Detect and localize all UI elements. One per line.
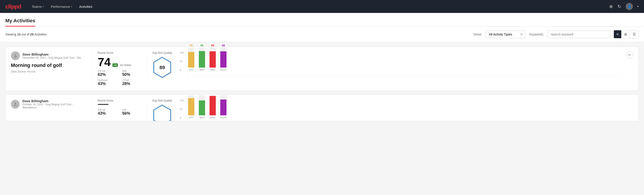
updown-stat: Up/Down 43%: [98, 79, 117, 86]
bar-label: APP: [200, 68, 204, 71]
activity-card: Dave Billingham December 05, 2021 - Gog …: [5, 47, 639, 91]
bar-label: APP: [200, 116, 204, 119]
data-source: Data Source: Arccos: [11, 70, 87, 73]
bar-value: 90: [200, 44, 203, 47]
grid-view-button[interactable]: ⊞: [622, 30, 630, 38]
fw-hit-stat: FW Hit 62%: [98, 70, 117, 77]
user-info: Dave Billingham December 05, 2021 - Gog …: [22, 52, 81, 59]
bar-label: ARG: [210, 116, 215, 119]
fw-hit-stat: FW Hit 43%: [98, 108, 117, 116]
bar-wrap: [188, 95, 194, 115]
chart-y-axis-2: 100 50 0: [180, 99, 184, 119]
add-icon[interactable]: ⊕: [609, 4, 613, 9]
bar-chart-area-2: 100 50 0 94OTT82APP106ARG87PUTT: [180, 99, 633, 121]
svg-marker-4: [154, 105, 171, 121]
bar-wrap: [220, 48, 226, 68]
score-value: 74: [98, 56, 111, 68]
gir-stat: GIR 56%: [122, 108, 142, 116]
svg-point-0: [14, 54, 16, 56]
bar-label: PUTT: [220, 116, 227, 119]
round-score-label: Round Score: [98, 99, 141, 102]
oneputt-stat: 1 Putt 28%: [122, 79, 142, 86]
user-menu-chevron-icon[interactable]: ▾: [637, 5, 639, 8]
bar-value: 89: [222, 44, 225, 47]
activity-type-select[interactable]: All Activity Types: [486, 30, 526, 38]
bar-col: 89ARG: [210, 44, 216, 71]
nav-teams[interactable]: Teams ▾: [32, 5, 44, 8]
bar-value: 82: [200, 94, 203, 95]
bar-label: OTT: [189, 116, 194, 119]
refresh-icon[interactable]: ↻: [618, 4, 621, 9]
score-badge: +4: [112, 63, 118, 67]
bar-col: 94OTT: [188, 94, 194, 119]
activity-title: Morning round of golf: [11, 62, 87, 68]
bar-label: ARG: [210, 68, 215, 71]
score-placeholder: [98, 104, 108, 105]
bar-chart-area: 100 50 0 85OTT90APP89ARG89PUTT: [180, 51, 620, 80]
score-holes: 18 Holes: [120, 63, 131, 67]
svg-text:89: 89: [160, 65, 165, 70]
user-avatar[interactable]: 👤: [626, 3, 633, 10]
card-left: Dave Billingham October 16, 2021 - Gog M…: [11, 99, 87, 111]
bar-col: 87PUTT: [220, 94, 227, 119]
activities-list: Dave Billingham December 05, 2021 - Gog …: [0, 42, 644, 129]
stats-grid: FW Hit 43% GIR 56%: [98, 108, 141, 116]
filters-bar: Viewing 112 out of 29 Activities Show: A…: [0, 26, 644, 42]
bar-wrap: [199, 95, 205, 115]
view-toggle: ≡ ⊞ ☰: [614, 30, 639, 38]
activity-card: Dave Billingham October 16, 2021 - Gog M…: [5, 94, 639, 121]
chart-y-axis: 100 50 0: [180, 51, 184, 72]
bar-col: 89PUTT: [220, 44, 227, 71]
list-full-view-button[interactable]: ☰: [630, 30, 638, 38]
logo[interactable]: clippd: [5, 3, 21, 10]
keywords-input[interactable]: [548, 30, 610, 38]
quality-hex: Avg Shot Quality 89: [152, 51, 174, 80]
bar-wrap: [220, 95, 226, 115]
user-row: Dave Billingham October 16, 2021 - Gog M…: [11, 99, 87, 109]
bar-value: 89: [211, 44, 214, 47]
card-quality: Avg Shot Quality 89 100 50 0 85OTT90APP8…: [146, 51, 620, 80]
bar-label: PUTT: [220, 68, 227, 71]
round-score-label: Round Score: [98, 51, 141, 54]
bar-value: 106: [210, 94, 215, 95]
nav-activities[interactable]: Activities: [79, 5, 92, 8]
bar-col: 82APP: [199, 94, 205, 119]
nav-performance[interactable]: Performance ▾: [51, 5, 72, 8]
bar-value: 94: [190, 94, 192, 95]
svg-point-3: [14, 102, 16, 104]
performance-chevron-icon: ▾: [71, 5, 72, 8]
show-label: Show:: [473, 32, 482, 36]
main-nav: clippd Teams ▾ Performance ▾ Activities …: [0, 0, 644, 13]
bar-col: 90APP: [199, 44, 205, 71]
bar-wrap: [199, 48, 205, 68]
score-main-row: [98, 104, 141, 105]
page-header: My Activities: [0, 13, 644, 26]
score-main-row: 74 +4 18 Holes: [98, 56, 141, 68]
page-title: My Activities: [5, 18, 35, 26]
card-left: Dave Billingham December 05, 2021 - Gog …: [11, 51, 87, 73]
bar-chart-2: 94OTT82APP106ARG87PUTT: [188, 99, 633, 121]
user-meta: October 16, 2021 - Gog Magog Golf Club -…: [22, 103, 87, 109]
viewing-count-text: Viewing 112 out of 29 Activities: [5, 32, 47, 36]
bar-col: 106ARG: [210, 94, 216, 119]
user-avatar-card: [11, 51, 20, 60]
bar-chart: 85OTT90APP89ARG89PUTT: [188, 51, 620, 76]
bar-wrap: [188, 48, 194, 68]
stats-grid: FW Hit 62% GIR 50% Up/Down 43% 1 Putt 28…: [98, 70, 141, 86]
hexagon-chart-2: [152, 104, 172, 121]
user-row: Dave Billingham December 05, 2021 - Gog …: [11, 51, 87, 60]
card-scores: Round Score FW Hit 43% GIR 56%: [92, 99, 141, 116]
edit-button[interactable]: ✏: [626, 51, 633, 58]
user-avatar-card: [11, 100, 20, 109]
bar-label: OTT: [189, 68, 194, 71]
quality-hex: Avg Shot Quality: [152, 99, 174, 121]
card-edit: ✏: [626, 51, 633, 58]
user-info: Dave Billingham October 16, 2021 - Gog M…: [22, 99, 87, 109]
bar-wrap: [210, 48, 216, 68]
card-quality: Avg Shot Quality 100 50 0 94OTT82APP106A…: [146, 99, 633, 121]
hexagon-chart: 89: [152, 56, 172, 78]
user-meta: December 05, 2021 - Gog Magog Golf Club …: [22, 56, 81, 59]
list-compact-view-button[interactable]: ≡: [614, 30, 622, 38]
bar-value: 85: [190, 44, 192, 47]
bar-col: 85OTT: [188, 44, 194, 71]
